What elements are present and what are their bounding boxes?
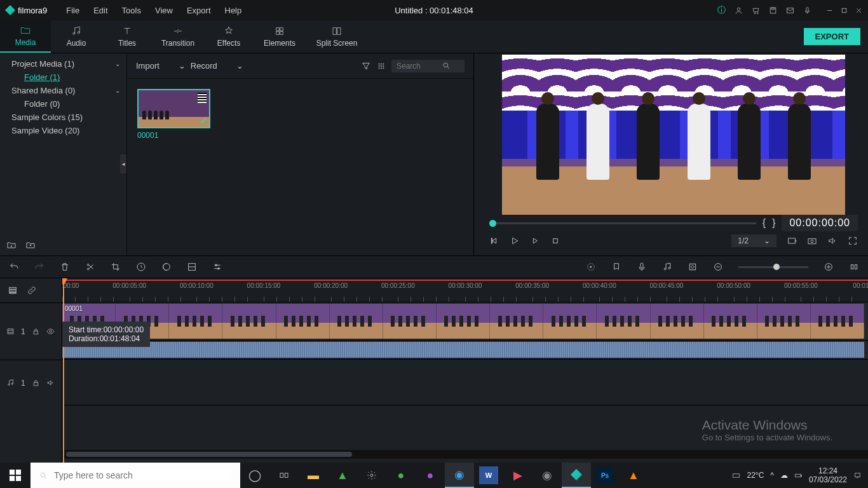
scrollbar-thumb[interactable]: [66, 452, 352, 457]
render-preview-icon[interactable]: [586, 262, 596, 272]
file-explorer-icon[interactable]: ▬: [299, 463, 328, 488]
marker-icon[interactable]: [611, 262, 621, 272]
tree-sample-colors[interactable]: Sample Colors (15): [0, 111, 126, 124]
zoom-in-icon[interactable]: [824, 262, 834, 272]
tree-project-media[interactable]: Project Media (1) ⌄: [0, 57, 126, 71]
chevron-down-icon[interactable]: ⌄: [115, 87, 120, 94]
timeline-ruler[interactable]: 00:00:00:0000:00:05:0000:00:10:0000:00:1…: [62, 278, 868, 302]
delete-folder-icon[interactable]: [25, 240, 36, 250]
weather-widget[interactable]: 22°C: [747, 471, 764, 480]
redo-button[interactable]: [34, 262, 44, 272]
onedrive-icon[interactable]: ☁: [780, 471, 788, 480]
filmora-taskbar-icon[interactable]: [562, 463, 591, 488]
taskbar-search-input[interactable]: [54, 470, 231, 480]
mark-in-icon[interactable]: {: [763, 217, 766, 229]
crop-button[interactable]: [111, 262, 121, 272]
tab-audio[interactable]: Audio: [51, 20, 102, 53]
settings-icon[interactable]: [357, 463, 386, 488]
color-button[interactable]: [161, 262, 172, 272]
menu-export[interactable]: Export: [180, 3, 217, 18]
browser-icon[interactable]: ●: [416, 463, 445, 488]
cart-icon[interactable]: [752, 6, 760, 15]
green-screen-button[interactable]: [187, 262, 197, 272]
tab-transition[interactable]: Transition: [153, 20, 203, 53]
photoshop-icon[interactable]: Ps: [596, 467, 614, 484]
scrub-track[interactable]: [489, 222, 756, 224]
timeline-scrollbar[interactable]: [62, 450, 868, 459]
audio-track-header[interactable]: 1: [0, 360, 62, 405]
filter-icon[interactable]: [361, 61, 371, 71]
app-icon[interactable]: ▲: [328, 463, 357, 488]
menu-help[interactable]: Help: [219, 3, 248, 18]
stop-button[interactable]: [550, 236, 560, 246]
preview-scrubber[interactable]: { } 00:00:00:00: [485, 215, 862, 231]
delete-button[interactable]: [60, 262, 70, 272]
disc-icon[interactable]: ◉: [532, 463, 562, 488]
audio-mixer-icon[interactable]: [662, 262, 672, 272]
tree-folder-0[interactable]: Folder (0): [0, 97, 126, 111]
mark-out-icon[interactable]: }: [772, 217, 775, 229]
tab-split-screen[interactable]: Split Screen: [305, 20, 369, 53]
tab-effects[interactable]: Effects: [203, 20, 254, 53]
play-button[interactable]: [510, 236, 520, 246]
split-button[interactable]: [85, 262, 95, 272]
import-dropdown[interactable]: Import⌄: [136, 61, 186, 71]
chevron-down-icon[interactable]: ⌄: [115, 60, 120, 67]
tab-titles[interactable]: Titles: [102, 20, 153, 53]
timeline-tracks[interactable]: 00:00:00:0000:00:05:0000:00:10:0000:00:1…: [62, 278, 868, 463]
speaker-icon[interactable]: [46, 379, 55, 387]
video-track[interactable]: 00001: [62, 302, 868, 341]
tree-folder-1[interactable]: Folder (1): [0, 71, 126, 84]
record-voiceover-icon[interactable]: [637, 262, 647, 272]
account-icon[interactable]: [735, 6, 743, 15]
word-icon[interactable]: W: [479, 466, 498, 484]
task-view-icon[interactable]: [269, 463, 299, 488]
search-icon[interactable]: [442, 62, 451, 70]
app-icon[interactable]: ●: [386, 463, 416, 488]
zoom-slider-knob[interactable]: [773, 264, 780, 270]
eye-icon[interactable]: [46, 327, 55, 336]
manage-tracks-icon[interactable]: [8, 285, 18, 295]
menu-tools[interactable]: Tools: [116, 3, 147, 18]
minimize-button[interactable]: [825, 6, 834, 15]
edge-icon[interactable]: ◉: [445, 463, 474, 488]
zoom-slider[interactable]: [738, 266, 808, 268]
adjust-button[interactable]: [212, 262, 222, 272]
search-box[interactable]: [391, 60, 465, 72]
maximize-button[interactable]: [840, 6, 848, 15]
undo-button[interactable]: [9, 262, 19, 272]
snapshot-icon[interactable]: [807, 236, 817, 246]
link-icon[interactable]: [27, 285, 37, 295]
timeline-playhead[interactable]: [63, 278, 64, 463]
collapse-panel-handle[interactable]: ◂: [120, 154, 126, 173]
tab-media[interactable]: Media: [0, 20, 51, 53]
zoom-fit-icon[interactable]: [849, 262, 859, 272]
media-clip[interactable]: 00001: [137, 89, 210, 140]
new-folder-icon[interactable]: [6, 240, 17, 250]
vlc-icon[interactable]: ▲: [619, 463, 648, 488]
prev-frame-button[interactable]: [489, 236, 499, 246]
search-input[interactable]: [397, 62, 442, 71]
menu-view[interactable]: View: [149, 3, 179, 18]
info-icon[interactable]: ⓘ: [717, 4, 726, 16]
volume-icon[interactable]: [827, 236, 837, 246]
clock[interactable]: 12:24 07/03/2022: [809, 466, 847, 484]
start-button[interactable]: [0, 463, 31, 488]
taskbar-search[interactable]: [31, 463, 240, 488]
battery-icon[interactable]: [794, 471, 803, 480]
video-track-header[interactable]: 1: [0, 302, 62, 360]
playback-quality-icon[interactable]: [787, 236, 797, 246]
lock-icon[interactable]: [32, 379, 40, 387]
grid-view-icon[interactable]: [376, 61, 386, 71]
mic-icon[interactable]: [803, 6, 811, 15]
close-button[interactable]: [855, 6, 863, 15]
save-icon[interactable]: [769, 6, 777, 15]
app-icon[interactable]: ▶: [503, 463, 532, 488]
scrub-playhead[interactable]: [489, 220, 496, 227]
video-audio-track[interactable]: Start time:00:00:00:00 Duration:00:01:48…: [62, 341, 868, 360]
lock-icon[interactable]: [32, 327, 40, 336]
preview-quality-dropdown[interactable]: 1/2⌄: [731, 234, 776, 247]
tray-chevron-icon[interactable]: ^: [770, 471, 774, 480]
keyframe-icon[interactable]: [688, 262, 698, 272]
next-frame-button[interactable]: [530, 236, 540, 246]
